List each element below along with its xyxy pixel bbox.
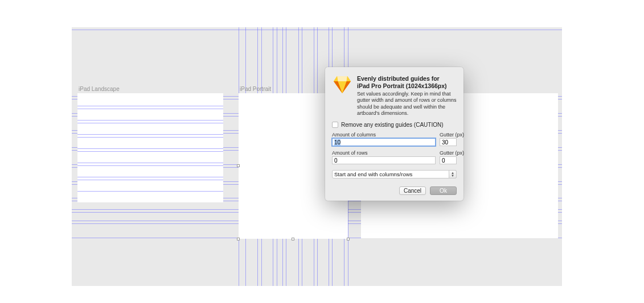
artboard-guide [77,106,223,106]
artboard-guide [77,109,223,109]
cancel-button[interactable]: Cancel [399,186,426,195]
ok-button[interactable]: Ok [430,186,457,195]
dialog-title: Evenly distributed guides for iPad Pro P… [357,75,457,89]
artboard-landscape[interactable]: iPad Landscape [77,93,223,202]
artboard-guide [77,177,223,177]
artboard-guide [77,191,223,192]
design-canvas: iPad Landscape iPad Portrait [72,27,562,286]
layout-mode-value: Start and end with columns/rows [332,170,457,179]
columns-input[interactable] [332,138,436,146]
remove-guides-label: Remove any existing guides (CAUTION) [341,122,444,128]
artboard-guide [77,180,223,180]
artboard-label-portrait: iPad Portrait [240,86,271,92]
artboard-handle[interactable] [292,238,294,240]
sketch-app-icon [332,75,357,117]
artboard-label-landscape: iPad Landscape [79,86,120,92]
layout-mode-select[interactable]: Start and end with columns/rows ▲▼ [332,170,457,179]
artboard-handle[interactable] [347,238,350,240]
artboard-handle[interactable] [237,164,240,167]
remove-guides-checkbox[interactable] [332,122,338,128]
columns-label: Amount of columns [332,132,436,138]
rows-label: Amount of rows [332,150,436,156]
chevron-up-down-icon: ▲▼ [449,170,457,179]
col-gutter-input[interactable] [440,138,457,146]
artboard-guide [77,151,223,152]
col-gutter-label: Gutter (px) [440,132,457,138]
artboard-guide [77,123,223,123]
rows-input[interactable] [332,156,436,164]
artboard-guide [77,120,223,121]
artboard-guide [77,137,223,138]
artboard-guide [77,148,223,149]
dialog-description: Set values accordingly. Keep in mind tha… [357,91,457,117]
artboard-guide [77,165,223,166]
guides-dialog: Evenly distributed guides for iPad Pro P… [325,67,463,201]
row-gutter-label: Gutter (px) [440,150,457,156]
artboard-guide [77,163,223,163]
artboard-handle[interactable] [237,238,240,240]
artboard-guide [77,134,223,135]
row-gutter-input[interactable] [440,156,457,164]
svg-marker-6 [337,76,347,81]
